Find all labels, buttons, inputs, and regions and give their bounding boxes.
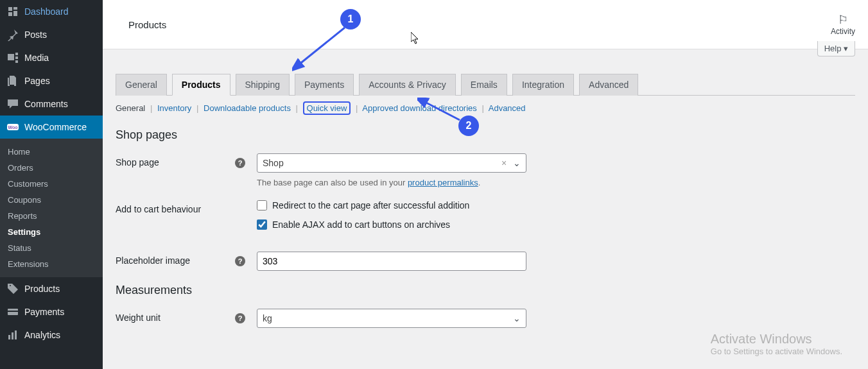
svg-rect-6 bbox=[15, 330, 17, 339]
checkbox-redirect[interactable] bbox=[257, 200, 267, 210]
pin-icon bbox=[6, 28, 19, 41]
select-value: Shop bbox=[263, 158, 284, 168]
sidebar-submenu: Home Orders Customers Coupons Reports Se… bbox=[0, 139, 103, 277]
subnav-downloadable[interactable]: Downloadable products bbox=[204, 103, 291, 113]
chevron-down-icon: ⌄ bbox=[513, 158, 521, 168]
tab-shipping[interactable]: Shipping bbox=[236, 74, 290, 96]
sidebar-item-products[interactable]: Products bbox=[0, 277, 103, 300]
label-placeholder: Placeholder image ? bbox=[116, 252, 257, 266]
caret-down-icon: ▾ bbox=[844, 44, 848, 53]
placeholder-image-input[interactable] bbox=[257, 252, 526, 271]
main-content: Products ⚐ Activity Help ▾ General Produ… bbox=[103, 0, 868, 369]
sidebar-item-posts[interactable]: Posts bbox=[0, 23, 103, 46]
tab-general[interactable]: General bbox=[116, 74, 167, 96]
sidebar-label: Analytics bbox=[24, 330, 60, 340]
annotation-1: 1 bbox=[340, 9, 361, 30]
checkbox-ajax-label[interactable]: Enable AJAX add to cart buttons on archi… bbox=[272, 219, 450, 230]
weight-unit-select[interactable]: kg ⌄ bbox=[257, 309, 526, 328]
media-icon bbox=[6, 51, 19, 64]
sidebar-label: Products bbox=[24, 284, 60, 294]
subnav-advanced[interactable]: Advanced bbox=[489, 103, 526, 113]
label-shop-page: Shop page ? bbox=[116, 153, 257, 167]
help-tip-icon[interactable]: ? bbox=[235, 158, 245, 168]
sidebar-label: Media bbox=[24, 53, 49, 63]
activity-button[interactable]: ⚐ Activity bbox=[831, 13, 855, 36]
sidebar-sub-settings[interactable]: Settings bbox=[0, 224, 103, 240]
sidebar-item-dashboard[interactable]: Dashboard bbox=[0, 0, 103, 23]
sidebar-sub-extensions[interactable]: Extensions bbox=[0, 256, 103, 272]
help-tip-icon[interactable]: ? bbox=[235, 256, 245, 266]
pages-icon bbox=[6, 74, 19, 87]
svg-rect-5 bbox=[12, 332, 13, 339]
sidebar-label: Comments bbox=[24, 99, 68, 109]
sidebar-sub-customers[interactable]: Customers bbox=[0, 176, 103, 192]
sidebar-item-comments[interactable]: Comments bbox=[0, 92, 103, 116]
sidebar-item-media[interactable]: Media bbox=[0, 46, 103, 69]
settings-tabs: General Products Shipping Payments Accou… bbox=[116, 74, 855, 96]
dashboard-icon bbox=[6, 5, 19, 18]
section-measurements: Measurements bbox=[116, 284, 855, 297]
help-label: Help bbox=[824, 44, 842, 53]
sidebar-label: Posts bbox=[24, 30, 47, 40]
chevron-down-icon: ⌄ bbox=[513, 313, 521, 323]
analytics-icon bbox=[6, 329, 19, 341]
topbar: Products ⚐ Activity bbox=[103, 0, 868, 49]
sidebar-sub-reports[interactable]: Reports bbox=[0, 208, 103, 224]
sidebar-item-analytics[interactable]: Analytics bbox=[0, 323, 103, 347]
flag-icon: ⚐ bbox=[831, 13, 855, 27]
label-add-to-cart: Add to cart behaviour bbox=[116, 200, 257, 214]
subnav-inventory[interactable]: Inventory bbox=[157, 103, 191, 113]
sidebar-label: WooCommerce bbox=[24, 122, 87, 132]
subnav-quickview[interactable]: Quick view bbox=[303, 101, 351, 115]
sidebar-label: Dashboard bbox=[24, 6, 69, 17]
checkbox-ajax[interactable] bbox=[257, 219, 267, 230]
svg-rect-4 bbox=[8, 335, 10, 339]
sidebar-label: Payments bbox=[24, 307, 64, 317]
sidebar-sub-home[interactable]: Home bbox=[0, 144, 103, 160]
admin-sidebar: Dashboard Posts Media Pages Comments Woo… bbox=[0, 0, 103, 369]
sidebar-label: Pages bbox=[24, 76, 50, 86]
tab-products[interactable]: Products bbox=[172, 74, 230, 96]
settings-subnav: General | Inventory | Downloadable produ… bbox=[116, 96, 855, 121]
annotation-2: 2 bbox=[458, 116, 479, 136]
sidebar-item-pages[interactable]: Pages bbox=[0, 69, 103, 92]
svg-text:Woo: Woo bbox=[8, 125, 17, 130]
page-title: Products bbox=[128, 19, 166, 30]
tab-integration[interactable]: Integration bbox=[512, 74, 574, 96]
payments-icon bbox=[6, 305, 19, 318]
tab-advanced[interactable]: Advanced bbox=[579, 74, 638, 96]
tab-accounts[interactable]: Accounts & Privacy bbox=[359, 74, 456, 96]
sidebar-sub-orders[interactable]: Orders bbox=[0, 160, 103, 176]
tab-payments[interactable]: Payments bbox=[295, 74, 354, 96]
help-button[interactable]: Help ▾ bbox=[817, 41, 855, 56]
clear-icon[interactable]: × bbox=[501, 158, 507, 168]
checkbox-redirect-label[interactable]: Redirect to the cart page after successf… bbox=[272, 200, 469, 210]
windows-activation-watermark: Activate Windows Go to Settings to activ… bbox=[711, 332, 842, 356]
comments-icon bbox=[6, 98, 19, 110]
sidebar-item-payments[interactable]: Payments bbox=[0, 300, 103, 323]
svg-rect-3 bbox=[8, 311, 18, 312]
sidebar-sub-status[interactable]: Status bbox=[0, 240, 103, 256]
shop-page-desc: The base page can also be used in your p… bbox=[257, 178, 526, 187]
woo-icon: Woo bbox=[6, 121, 19, 133]
label-weight-unit: Weight unit ? bbox=[116, 309, 257, 323]
shop-page-select[interactable]: Shop × ⌄ bbox=[257, 153, 526, 173]
sidebar-item-woocommerce[interactable]: Woo WooCommerce bbox=[0, 116, 103, 139]
subnav-general[interactable]: General bbox=[116, 103, 145, 113]
activity-label: Activity bbox=[831, 27, 855, 36]
permalinks-link[interactable]: product permalinks bbox=[408, 178, 478, 187]
tab-emails[interactable]: Emails bbox=[461, 74, 507, 96]
select-value: kg bbox=[263, 313, 272, 323]
products-icon bbox=[6, 282, 19, 295]
subnav-approved[interactable]: Approved download directories bbox=[362, 103, 477, 113]
section-shop-pages: Shop pages bbox=[116, 128, 855, 142]
help-tip-icon[interactable]: ? bbox=[235, 313, 245, 323]
sidebar-sub-coupons[interactable]: Coupons bbox=[0, 192, 103, 208]
